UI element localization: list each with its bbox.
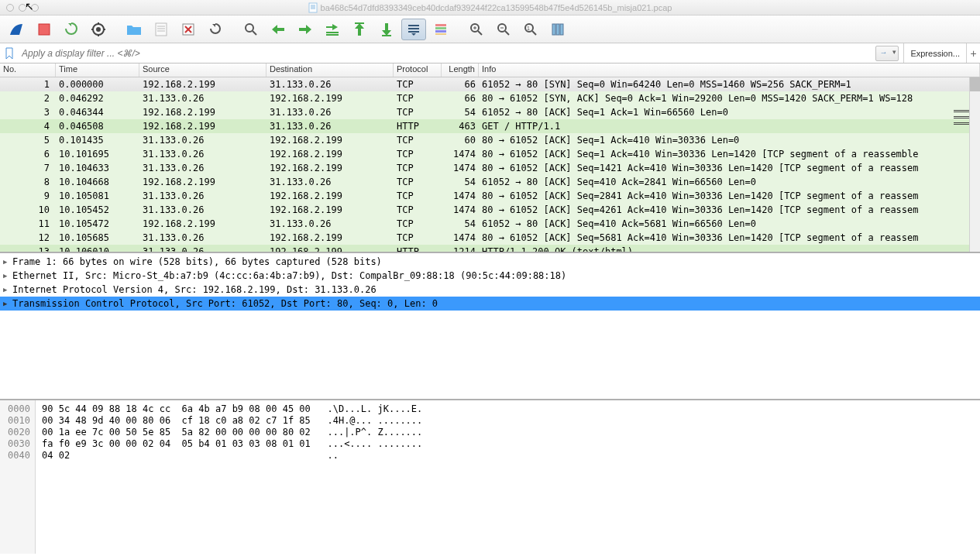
- column-header-destination[interactable]: Destination: [266, 63, 394, 77]
- packet-row[interactable]: 910.10508131.133.0.26192.168.2.199TCP147…: [0, 189, 980, 203]
- packet-list-pane: No. Time Source Destination Protocol Len…: [0, 63, 980, 253]
- packet-details-pane[interactable]: ▶Frame 1: 66 bytes on wire (528 bits), 6…: [0, 253, 980, 400]
- svg-rect-21: [326, 34, 339, 36]
- auto-scroll-icon[interactable]: [401, 19, 426, 40]
- resize-columns-icon[interactable]: [545, 19, 570, 40]
- svg-point-18: [246, 24, 253, 32]
- column-header-protocol[interactable]: Protocol: [394, 63, 442, 77]
- svg-rect-25: [408, 28, 419, 29]
- svg-rect-0: [309, 3, 317, 12]
- svg-rect-20: [326, 32, 339, 33]
- svg-rect-11: [156, 23, 167, 36]
- zoom-reset-icon[interactable]: 1: [518, 19, 543, 40]
- detail-tree-row[interactable]: ▶Transmission Control Protocol, Src Port…: [0, 297, 980, 311]
- packet-row[interactable]: 610.10169531.133.0.26192.168.2.199TCP147…: [0, 147, 980, 161]
- svg-rect-30: [435, 33, 446, 35]
- go-first-icon[interactable]: [347, 19, 372, 40]
- svg-rect-42: [556, 24, 559, 35]
- mouse-cursor: ↖: [25, 0, 34, 12]
- column-header-no[interactable]: No.: [0, 63, 56, 77]
- filter-bar: Expression... +: [0, 43, 980, 63]
- svg-rect-28: [435, 27, 446, 29]
- packet-row[interactable]: 810.104668192.168.2.19931.133.0.26TCP546…: [0, 175, 980, 189]
- stop-capture-icon[interactable]: [32, 19, 57, 40]
- packet-row[interactable]: 710.10463331.133.0.26192.168.2.199TCP147…: [0, 161, 980, 175]
- zoom-in-icon[interactable]: [464, 19, 489, 40]
- save-file-icon[interactable]: [149, 19, 174, 40]
- column-header-length[interactable]: Length: [442, 63, 479, 77]
- svg-line-19: [253, 31, 256, 35]
- svg-rect-4: [39, 24, 50, 35]
- svg-rect-27: [435, 24, 446, 26]
- close-file-icon[interactable]: [176, 19, 201, 40]
- packet-row[interactable]: 10.000000192.168.2.19931.133.0.26TCP6661…: [0, 77, 980, 91]
- go-to-packet-icon[interactable]: [320, 19, 345, 40]
- titlebar: ba468c54d7dfd8393349ceb40dcdaf939244f22c…: [0, 0, 980, 15]
- filter-dropdown[interactable]: [875, 46, 899, 61]
- options-icon[interactable]: [86, 19, 111, 40]
- column-header-source[interactable]: Source: [139, 63, 266, 77]
- go-forward-icon[interactable]: [293, 19, 318, 40]
- window-title: ba468c54d7dfd8393349ceb40dcdaf939244f22c…: [321, 3, 672, 12]
- restart-capture-icon[interactable]: [59, 19, 84, 40]
- colorize-icon[interactable]: [428, 19, 453, 40]
- column-header-time[interactable]: Time: [56, 63, 139, 77]
- svg-line-36: [505, 31, 509, 35]
- detail-tree-row[interactable]: ▶Internet Protocol Version 4, Src: 192.1…: [0, 283, 980, 297]
- svg-line-39: [532, 31, 536, 35]
- open-file-icon[interactable]: [122, 19, 146, 40]
- packet-row[interactable]: 1010.10545231.133.0.26192.168.2.199TCP14…: [0, 203, 980, 217]
- packet-row[interactable]: 20.04629231.133.0.26192.168.2.199TCP6680…: [0, 91, 980, 105]
- packet-row[interactable]: 1310.10601031.133.0.26192.168.2.199HTTP1…: [0, 245, 980, 253]
- svg-line-32: [478, 31, 482, 35]
- hex-dump-body[interactable]: 90 5c 44 09 88 18 4c cc 6a 4b a7 b9 08 0…: [36, 400, 980, 554]
- go-back-icon[interactable]: [266, 19, 291, 40]
- hex-offset-gutter: 0000 0010 0020 0030 0040: [0, 400, 36, 554]
- toolbar: 1: [0, 15, 980, 43]
- packet-list-header[interactable]: No. Time Source Destination Protocol Len…: [0, 63, 980, 77]
- svg-text:1: 1: [527, 26, 530, 31]
- packet-row[interactable]: 40.046508192.168.2.19931.133.0.26HTTP463…: [0, 119, 980, 133]
- shark-fin-icon[interactable]: [5, 19, 29, 40]
- go-last-icon[interactable]: [374, 19, 399, 40]
- add-filter-button[interactable]: +: [966, 43, 980, 63]
- packet-row[interactable]: 30.046344192.168.2.19931.133.0.26TCP5461…: [0, 105, 980, 119]
- svg-rect-43: [560, 24, 563, 35]
- zoom-out-icon[interactable]: [491, 19, 516, 40]
- document-icon: [308, 2, 318, 13]
- bookmark-icon[interactable]: [3, 47, 15, 60]
- detail-tree-row[interactable]: ▶Ethernet II, Src: Micro-St_4b:a7:b9 (4c…: [0, 269, 980, 283]
- display-filter-input[interactable]: [19, 46, 875, 60]
- column-header-info[interactable]: Info: [479, 63, 980, 77]
- svg-rect-26: [408, 31, 419, 33]
- packet-row[interactable]: 1210.10568531.133.0.26192.168.2.199TCP14…: [0, 231, 980, 245]
- svg-rect-24: [408, 25, 419, 26]
- packet-list-scrollbar[interactable]: [969, 77, 980, 252]
- detail-tree-row[interactable]: ▶Frame 1: 66 bytes on wire (528 bits), 6…: [0, 255, 980, 269]
- packet-minimap[interactable]: [954, 77, 969, 252]
- svg-rect-29: [435, 30, 446, 33]
- find-icon[interactable]: [239, 19, 263, 40]
- packet-row[interactable]: 1110.105472192.168.2.19931.133.0.26TCP54…: [0, 217, 980, 231]
- expression-button[interactable]: Expression...: [903, 43, 966, 63]
- reload-icon[interactable]: [203, 19, 228, 40]
- packet-bytes-pane[interactable]: 0000 0010 0020 0030 0040 90 5c 44 09 88 …: [0, 400, 980, 554]
- svg-rect-22: [355, 22, 364, 24]
- svg-point-6: [96, 27, 101, 32]
- svg-rect-23: [382, 35, 391, 36]
- svg-rect-41: [552, 24, 555, 35]
- packet-row[interactable]: 50.10143531.133.0.26192.168.2.199TCP6080…: [0, 133, 980, 147]
